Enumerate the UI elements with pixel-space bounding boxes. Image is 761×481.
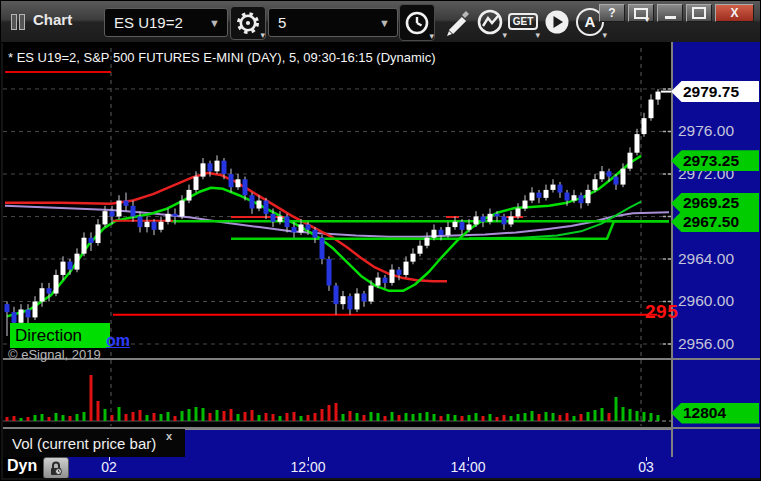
candle-body bbox=[26, 309, 31, 317]
candle-body bbox=[187, 190, 192, 201]
candle-body bbox=[166, 214, 171, 222]
get-data-button[interactable]: GET ▾ bbox=[506, 4, 540, 39]
candle-body bbox=[537, 193, 542, 198]
popout-icon bbox=[634, 8, 648, 19]
candle-body bbox=[110, 211, 115, 216]
symbol-dropdown[interactable]: ES U19=2 ▼ bbox=[104, 8, 228, 37]
volume-bar bbox=[6, 417, 9, 421]
volume-bar bbox=[13, 416, 16, 421]
candle-body bbox=[649, 100, 654, 119]
volume-bar bbox=[524, 413, 527, 421]
candle-body bbox=[432, 230, 437, 238]
volume-bar bbox=[629, 409, 632, 421]
volume-bar bbox=[307, 415, 310, 421]
volume-bar bbox=[125, 414, 128, 421]
candle-body bbox=[600, 171, 605, 179]
candle-body bbox=[502, 216, 507, 224]
volume-bar bbox=[62, 415, 65, 421]
candle-body bbox=[75, 254, 80, 270]
volume-bar bbox=[426, 412, 429, 421]
candle-body bbox=[376, 278, 381, 286]
volume-bar bbox=[650, 413, 653, 421]
candle-body bbox=[481, 216, 486, 221]
candle-body bbox=[327, 259, 332, 286]
interval-dropdown[interactable]: 5 ▼ bbox=[268, 8, 398, 37]
candle-body bbox=[180, 201, 185, 217]
volume-bar bbox=[230, 409, 233, 421]
close-icon[interactable]: x bbox=[166, 430, 172, 442]
volume-bar bbox=[461, 416, 464, 421]
draw-tool-button[interactable] bbox=[441, 4, 475, 39]
volume-bar bbox=[286, 413, 289, 421]
chevron-down-icon: ▼ bbox=[372, 17, 397, 29]
candle-body bbox=[117, 201, 122, 217]
price-chart-canvas[interactable] bbox=[3, 42, 673, 427]
candle-body bbox=[159, 222, 164, 230]
volume-bar bbox=[440, 416, 443, 421]
volume-bar bbox=[615, 397, 618, 421]
candle-body bbox=[355, 294, 360, 310]
volume-bar bbox=[258, 415, 261, 421]
candle-body bbox=[285, 216, 290, 227]
candle-body bbox=[264, 201, 269, 214]
candle-body bbox=[250, 195, 255, 208]
volume-bar bbox=[531, 411, 534, 421]
pane-divider[interactable] bbox=[3, 358, 760, 360]
candle-body bbox=[40, 288, 45, 301]
price-tag: 2979.75 bbox=[671, 81, 759, 102]
candle-body bbox=[516, 208, 521, 216]
minimize-button[interactable] bbox=[657, 4, 683, 22]
volume-bar bbox=[552, 413, 555, 421]
header-underline bbox=[5, 71, 111, 73]
candle-body bbox=[33, 301, 38, 317]
volume-bar bbox=[384, 416, 387, 421]
studies-button[interactable]: ▾ bbox=[473, 4, 507, 39]
candle-body bbox=[5, 304, 10, 312]
volume-bar bbox=[139, 410, 142, 421]
copyright-label: © eSignal, 2019 bbox=[8, 347, 101, 362]
candle-body bbox=[194, 177, 199, 190]
candle-body bbox=[201, 163, 206, 176]
pencil-icon bbox=[443, 7, 473, 37]
popout-button[interactable] bbox=[628, 4, 654, 22]
symbol-settings-button[interactable]: ▾ bbox=[230, 6, 266, 40]
candle-body bbox=[82, 238, 87, 254]
volume-bar bbox=[335, 403, 338, 421]
candle-body bbox=[124, 201, 129, 206]
candle-body bbox=[236, 179, 241, 187]
candle-body bbox=[152, 222, 157, 230]
chart-title-bar: * ES U19=2, S&P 500 FUTURES E-MINI (DAY)… bbox=[8, 50, 436, 65]
volume-bar bbox=[237, 414, 240, 421]
close-button[interactable]: X bbox=[715, 4, 754, 22]
candle-body bbox=[558, 185, 563, 193]
play-button[interactable] bbox=[540, 4, 574, 39]
candle-body bbox=[215, 161, 220, 172]
volume-bar bbox=[293, 412, 296, 421]
candle-body bbox=[460, 222, 465, 230]
volume-bar bbox=[594, 410, 597, 421]
price-tag: 2967.50 bbox=[671, 211, 759, 232]
volume-bar bbox=[622, 407, 625, 421]
volume-bar bbox=[342, 414, 345, 421]
vol-tab-label: Vol (current price bar) bbox=[12, 435, 156, 452]
candle-body bbox=[586, 190, 591, 203]
time-axis-label: 03 bbox=[624, 459, 668, 475]
volume-bar bbox=[573, 416, 576, 421]
candle-body bbox=[579, 195, 584, 203]
chart-window-icon bbox=[11, 14, 27, 29]
maximize-button[interactable] bbox=[686, 4, 712, 22]
volume-bar bbox=[496, 417, 499, 421]
candle-body bbox=[257, 201, 262, 209]
candle-body bbox=[299, 224, 304, 232]
volume-bar bbox=[328, 405, 331, 421]
volume-bar bbox=[41, 414, 44, 421]
candle-body bbox=[68, 262, 73, 270]
tab-vol-study[interactable]: Vol (current price bar) x bbox=[3, 429, 185, 457]
candle-body bbox=[628, 153, 633, 169]
candle-body bbox=[341, 296, 346, 304]
help-button[interactable]: ? bbox=[599, 4, 625, 22]
time-interval-button[interactable]: ▾ bbox=[399, 4, 435, 41]
close-icon: X bbox=[730, 6, 738, 20]
candle-body bbox=[607, 171, 612, 176]
candle-body bbox=[390, 270, 395, 283]
